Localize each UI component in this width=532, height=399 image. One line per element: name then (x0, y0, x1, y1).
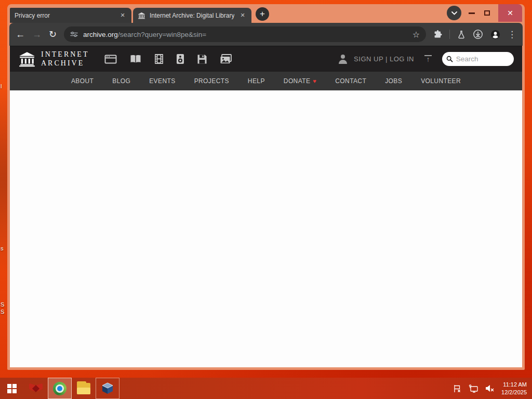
desktop-icon-label-fragment: l (1, 83, 2, 89)
nav-projects[interactable]: PROJECTS (194, 77, 229, 85)
media-type-icons (104, 54, 232, 64)
site-search-box[interactable] (442, 52, 514, 66)
clock-date: 12/2/2025 (501, 389, 527, 396)
nav-donate[interactable]: DONATE♥ (284, 77, 316, 85)
chrome-icon (53, 382, 66, 395)
back-icon[interactable]: ← (16, 30, 25, 39)
internet-archive-logo[interactable]: INTERNET ARCHIVE (18, 50, 89, 67)
close-button[interactable]: ✕ (498, 4, 522, 22)
nav-blog[interactable]: BLOG (112, 77, 130, 85)
windows-logo-icon (7, 384, 17, 393)
desktop-icon-label-fragment: S (1, 301, 4, 308)
signup-login-link[interactable]: SIGN UP | LOG IN (354, 55, 414, 63)
taskbar-clock[interactable]: 11:12 AM 12/2/2025 (501, 381, 527, 396)
tab-close-icon[interactable]: ✕ (118, 11, 127, 20)
toolbar-separator (449, 30, 450, 39)
search-icon (446, 55, 453, 63)
page-content-blank (10, 90, 522, 367)
desktop-icon-label-fragment: S (1, 309, 4, 315)
logo-line-2: ARCHIVE (41, 59, 89, 68)
taskbar-virtualbox[interactable] (96, 378, 119, 399)
nav-contact[interactable]: CONTACT (335, 77, 366, 85)
site-settings-icon[interactable] (70, 31, 78, 37)
upload-arrow-glyph: ↑ (427, 56, 430, 63)
audio-icon[interactable] (176, 54, 184, 64)
upload-icon[interactable]: ↑ (424, 55, 432, 63)
web-icon[interactable] (104, 54, 117, 64)
internet-archive-favicon-icon (138, 12, 145, 19)
taskbar-chrome[interactable] (48, 378, 72, 399)
tab-search-button[interactable] (447, 6, 461, 20)
search-input[interactable] (456, 55, 510, 63)
taskbar-red-app[interactable] (24, 378, 48, 399)
url-domain: archive.org (83, 31, 118, 38)
nav-help[interactable]: HELP (248, 77, 265, 85)
texts-icon[interactable] (129, 54, 142, 64)
virtualbox-icon (101, 382, 114, 395)
maximize-button[interactable] (484, 10, 490, 16)
header-right: SIGN UP | LOG IN ↑ (338, 52, 514, 66)
tab-privacy-error[interactable]: Privacy error ✕ (10, 8, 131, 23)
folder-icon (77, 383, 90, 394)
download-icon[interactable] (473, 29, 483, 39)
system-tray: 11:12 AM 12/2/2025 (453, 381, 532, 396)
url-path: /search?query=win8pe&sin= (118, 31, 206, 38)
logo-line-1: INTERNET (41, 50, 89, 59)
browser-window: Privacy error ✕ Internet Archive: Digita… (7, 4, 525, 370)
images-icon[interactable] (220, 54, 232, 64)
nav-about[interactable]: ABOUT (71, 77, 94, 85)
tab-title: Internet Archive: Digital Library (150, 12, 234, 19)
flask-icon[interactable] (457, 30, 466, 39)
browser-toolbar: ← → ↻ archive.org/search?query=win8pe&si… (9, 23, 523, 46)
tab-strip: Privacy error ✕ Internet Archive: Digita… (10, 4, 522, 23)
internet-archive-nav: ABOUT BLOG EVENTS PROJECTS HELP DONATE♥ … (10, 72, 522, 90)
reload-icon[interactable]: ↻ (49, 30, 57, 39)
bookmark-star-icon[interactable]: ☆ (413, 30, 420, 39)
extensions-icon[interactable] (433, 30, 442, 39)
forward-icon[interactable]: → (32, 30, 42, 39)
nav-jobs[interactable]: JOBS (385, 77, 402, 85)
video-icon[interactable] (154, 54, 164, 64)
software-icon[interactable] (197, 54, 207, 64)
tab-title: Privacy error (15, 12, 114, 19)
profile-icon[interactable] (490, 30, 500, 39)
start-button[interactable] (0, 378, 24, 399)
heart-icon: ♥ (313, 78, 316, 84)
logo-wordmark: INTERNET ARCHIVE (41, 50, 89, 67)
tab-close-icon[interactable]: ✕ (238, 11, 247, 20)
internet-archive-header: INTERNET ARCHIVE (10, 46, 522, 72)
address-bar[interactable]: archive.org/search?query=win8pe&sin= ☆ (64, 26, 426, 42)
nav-donate-label: DONATE (284, 77, 311, 85)
volume-muted-icon[interactable] (485, 384, 495, 392)
desktop-icon-label-fragment: s (1, 245, 4, 251)
red-app-icon (29, 382, 43, 395)
taskbar-file-explorer[interactable] (72, 378, 96, 399)
nav-volunteer[interactable]: VOLUNTEER (421, 77, 461, 85)
account-person-icon[interactable] (338, 55, 348, 64)
taskbar: 11:12 AM 12/2/2025 (0, 378, 532, 399)
network-status-icon[interactable] (469, 384, 478, 393)
nav-events[interactable]: EVENTS (149, 77, 175, 85)
url-text: archive.org/search?query=win8pe&sin= (83, 31, 407, 38)
action-center-flag-icon[interactable] (453, 384, 462, 393)
browser-menu-icon[interactable]: ⋮ (508, 29, 516, 40)
new-tab-button[interactable]: + (256, 7, 269, 21)
clock-time: 11:12 AM (501, 381, 527, 389)
web-page: INTERNET ARCHIVE (10, 46, 522, 367)
temple-icon (18, 51, 36, 67)
minimize-button[interactable] (469, 12, 475, 14)
tab-internet-archive[interactable]: Internet Archive: Digital Library ✕ (133, 8, 251, 23)
